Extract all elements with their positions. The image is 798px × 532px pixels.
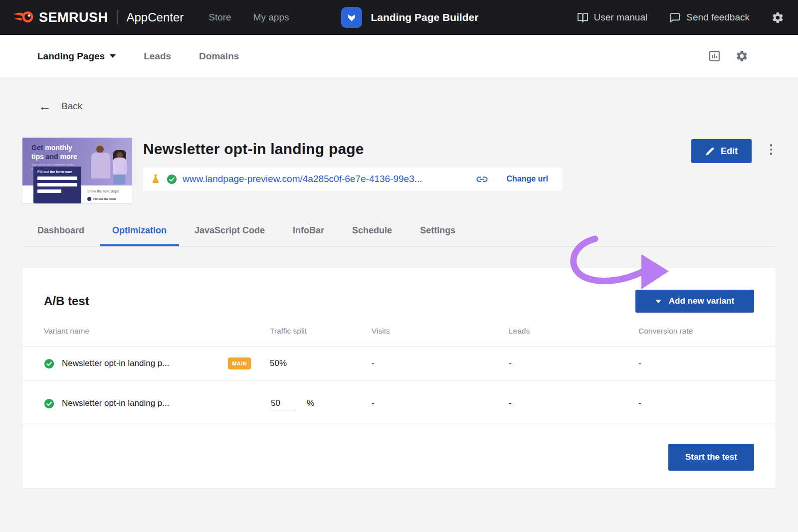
thumbnail-form-title: Fill out the form now bbox=[37, 170, 77, 174]
suite-name: AppCenter bbox=[127, 10, 184, 24]
nav-store[interactable]: Store bbox=[208, 12, 231, 23]
edit-label: Edit bbox=[721, 146, 738, 157]
traffic-split-value: 50% bbox=[270, 358, 372, 368]
tab-javascript-code[interactable]: JavaScript Code bbox=[195, 225, 265, 246]
nav-my-apps[interactable]: My apps bbox=[253, 12, 289, 23]
subnav-leads[interactable]: Leads bbox=[144, 51, 171, 62]
tab-settings[interactable]: Settings bbox=[420, 225, 455, 246]
send-feedback-link[interactable]: Send feedback bbox=[669, 12, 750, 23]
chevron-down-icon bbox=[655, 300, 661, 303]
step-dot bbox=[87, 197, 91, 201]
column-leads: Leads bbox=[509, 327, 638, 336]
pencil-icon bbox=[705, 147, 715, 156]
subnav-landing-pages[interactable]: Landing Pages bbox=[37, 51, 116, 62]
ab-test-title: A/B test bbox=[44, 294, 89, 308]
gear-icon[interactable] bbox=[736, 50, 748, 62]
semrush-logo-icon bbox=[13, 10, 34, 25]
column-visits: Visits bbox=[372, 327, 509, 336]
send-feedback-label: Send feedback bbox=[686, 12, 750, 23]
thumbnail-headline: Get monthly tips and more bbox=[31, 144, 77, 161]
traffic-split-input[interactable] bbox=[270, 397, 296, 410]
preview-url-bar: www.landpage-preview.com/4a285c0f-6e7e-4… bbox=[143, 168, 562, 190]
variants-table-header: Variant name Traffic split Visits Leads … bbox=[22, 316, 776, 347]
page-tabs: Dashboard Optimization JavaScript Code I… bbox=[22, 225, 776, 247]
top-navigation: Store My apps bbox=[208, 12, 289, 23]
landing-pages-label: Landing Pages bbox=[37, 51, 105, 62]
flask-icon bbox=[150, 174, 161, 184]
visits-value: - bbox=[372, 398, 509, 408]
user-manual-label: User manual bbox=[594, 12, 648, 23]
chat-bubble-icon bbox=[669, 12, 681, 23]
thumbnail-form-input bbox=[37, 183, 77, 186]
column-variant-name: Variant name bbox=[44, 327, 270, 336]
back-button[interactable]: ← Back bbox=[22, 77, 82, 113]
tab-infobar[interactable]: InfoBar bbox=[293, 225, 324, 246]
back-arrow-icon: ← bbox=[38, 100, 51, 113]
variant-name-link[interactable]: Newsletter opt-in landing p... bbox=[62, 398, 169, 408]
tab-optimization[interactable]: Optimization bbox=[112, 225, 167, 246]
back-label: Back bbox=[61, 101, 82, 112]
brand-divider bbox=[117, 10, 118, 25]
more-options-kebab-icon[interactable] bbox=[767, 144, 776, 155]
top-app-bar: SEMRUSH AppCenter Store My apps Landing … bbox=[0, 0, 798, 35]
app-sub-navigation: Landing Pages Leads Domains bbox=[0, 35, 798, 77]
column-conversion-rate: Conversion rate bbox=[638, 327, 754, 336]
page-header: Get monthly tips and more Sign up for ou… bbox=[22, 138, 776, 203]
add-new-variant-button[interactable]: Add new variant bbox=[635, 290, 754, 313]
subnav-domains[interactable]: Domains bbox=[199, 51, 239, 62]
add-variant-label: Add new variant bbox=[669, 296, 734, 306]
table-row: Newsletter opt-in landing p... MAIN 50% … bbox=[22, 347, 776, 381]
variant-name-link[interactable]: Newsletter opt-in landing p... bbox=[62, 358, 169, 368]
check-circle-icon bbox=[44, 358, 54, 369]
book-icon bbox=[577, 12, 589, 23]
tab-schedule[interactable]: Schedule bbox=[352, 225, 392, 246]
check-circle-icon bbox=[167, 174, 177, 184]
change-url-button[interactable]: Change url bbox=[506, 175, 548, 183]
table-row: Newsletter opt-in landing p... % - - - bbox=[22, 381, 776, 426]
step-label: Fill out the form bbox=[93, 197, 116, 200]
thumbnail-form-input bbox=[37, 189, 61, 193]
page-title: Newsletter opt-in landing page bbox=[143, 141, 691, 158]
conversion-rate-value: - bbox=[638, 358, 754, 368]
start-the-test-button[interactable]: Start the test bbox=[668, 444, 754, 471]
ab-test-card: A/B test Add new variant Variant name Tr… bbox=[22, 268, 776, 488]
leads-value: - bbox=[509, 358, 638, 368]
main-badge: MAIN bbox=[228, 357, 251, 369]
conversion-rate-value: - bbox=[638, 398, 754, 408]
thumbnail-step-item: Fill out the form bbox=[87, 197, 116, 201]
landing-page-thumbnail: Get monthly tips and more Sign up for ou… bbox=[22, 138, 132, 203]
preview-url-link[interactable]: www.landpage-preview.com/4a285c0f-6e7e-4… bbox=[183, 174, 471, 184]
bar-chart-icon[interactable] bbox=[708, 50, 721, 62]
brand-name: SEMRUSH bbox=[39, 10, 108, 25]
app-name: Landing Page Builder bbox=[371, 11, 479, 23]
visits-value: - bbox=[372, 358, 509, 368]
check-circle-icon bbox=[44, 398, 54, 409]
tab-dashboard[interactable]: Dashboard bbox=[37, 225, 84, 246]
leads-value: - bbox=[509, 398, 638, 408]
thumbnail-steps-title: Show the next steps bbox=[87, 189, 119, 193]
landing-page-builder-icon bbox=[341, 7, 362, 28]
main-content: ← Back Get monthly tips and more Sign up… bbox=[0, 77, 798, 488]
copy-link-icon[interactable] bbox=[476, 174, 488, 185]
semrush-brand[interactable]: SEMRUSH AppCenter bbox=[13, 10, 184, 25]
edit-button[interactable]: Edit bbox=[691, 139, 752, 163]
percent-label: % bbox=[307, 398, 314, 408]
settings-gear-icon[interactable] bbox=[772, 11, 784, 24]
thumbnail-form-card: Fill out the form now bbox=[33, 167, 81, 203]
chevron-down-icon bbox=[110, 54, 116, 58]
thumbnail-form-input bbox=[37, 177, 77, 180]
column-traffic-split: Traffic split bbox=[270, 327, 372, 336]
user-manual-link[interactable]: User manual bbox=[577, 12, 648, 23]
current-app-badge: Landing Page Builder bbox=[341, 7, 479, 28]
